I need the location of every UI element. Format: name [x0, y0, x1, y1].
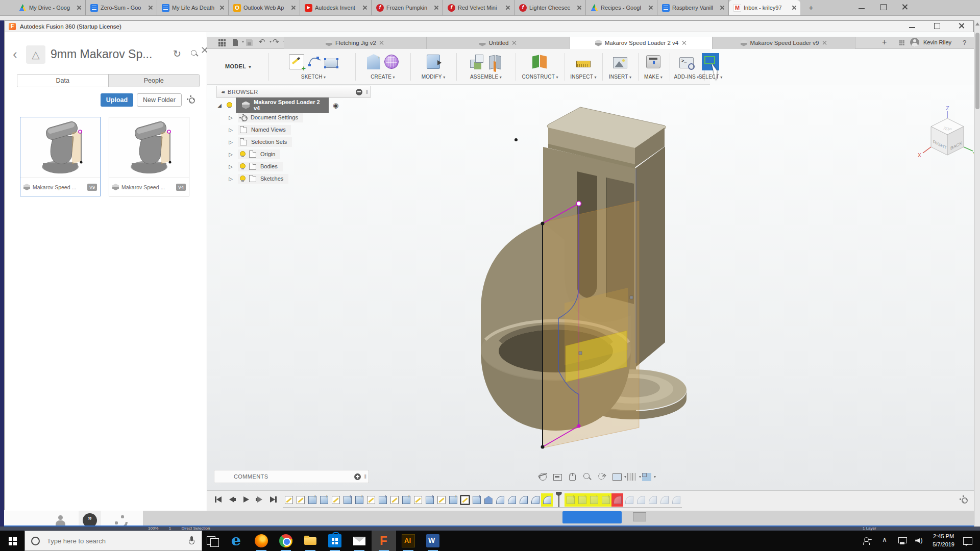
timeline-feature[interactable]: [600, 493, 611, 507]
tab-close-icon[interactable]: [791, 5, 797, 11]
timeline-feature[interactable]: [318, 493, 330, 507]
menu-inspect[interactable]: INSPECT: [567, 74, 600, 80]
search-icon[interactable]: [190, 49, 199, 58]
taskbar-app-button[interactable]: [200, 531, 225, 551]
palette-grip[interactable]: ‖: [365, 89, 368, 95]
scrollbar-thumb[interactable]: [975, 33, 979, 109]
chrome-close-button[interactable]: [900, 3, 910, 10]
chrome-maximize-button[interactable]: [879, 3, 888, 10]
menu-make[interactable]: MAKE: [639, 74, 668, 80]
expander-icon[interactable]: ▷: [228, 115, 234, 120]
timeline-feature[interactable]: [459, 493, 471, 507]
add-comment-icon[interactable]: [354, 473, 361, 480]
tab-close-icon[interactable]: [576, 5, 582, 11]
nav-tool-icon[interactable]: [642, 472, 652, 482]
browser-tab[interactable]: Red Velvet Mini: [443, 0, 514, 15]
expander-icon[interactable]: ▷: [228, 164, 234, 169]
timeline-feature[interactable]: [647, 493, 658, 507]
new-component-icon[interactable]: [470, 55, 484, 69]
browser-tab[interactable]: Lighter Cheesec: [514, 0, 586, 15]
document-tab[interactable]: Makarov Speed Loader v9: [713, 37, 855, 49]
tree-root-row[interactable]: ◢ Makarov Speed Loader 2 v4 ◉: [216, 99, 338, 111]
taskbar-app-button[interactable]: [347, 531, 372, 551]
people-tray-icon[interactable]: [863, 536, 873, 546]
timeline-feature[interactable]: [658, 493, 670, 507]
contacts-icon[interactable]: [55, 515, 65, 525]
timeline-feature[interactable]: [471, 493, 482, 507]
search-input[interactable]: [47, 537, 188, 545]
visibility-bulb-icon[interactable]: [227, 102, 232, 108]
timeline-feature[interactable]: [341, 493, 353, 507]
volume-icon[interactable]: [915, 536, 925, 546]
new-document-button[interactable]: +: [882, 38, 887, 47]
browser-palette-header[interactable]: ◂◂ BROWSER ‖: [216, 86, 371, 98]
press-pull-icon[interactable]: [427, 55, 440, 69]
comments-bar[interactable]: COMMENTS ‖: [214, 470, 369, 483]
browser-tab[interactable]: Raspberry Vanill: [657, 0, 729, 15]
timeline-settings-gear-icon[interactable]: [960, 496, 967, 503]
tree-node-row[interactable]: ▷ Sketches: [216, 172, 338, 185]
menu-assemble[interactable]: ASSEMBLE: [459, 74, 512, 80]
taskbar-app-button[interactable]: [225, 531, 249, 551]
expander-icon[interactable]: ▷: [228, 176, 234, 182]
nav-tool-icon[interactable]: [627, 472, 637, 482]
nav-tool-icon[interactable]: [553, 472, 563, 482]
timeline-feature[interactable]: [565, 493, 576, 507]
spline-icon[interactable]: [308, 56, 321, 68]
timeline-feature[interactable]: [506, 493, 518, 507]
document-tab-close-icon[interactable]: [681, 40, 687, 45]
upload-button[interactable]: Upload: [101, 93, 133, 107]
model-canvas[interactable]: ◂◂ BROWSER ‖ ◢ Makarov Speed Loader 2 v4…: [207, 85, 974, 490]
timeline-feature[interactable]: [611, 493, 623, 507]
taskbar-app-button[interactable]: [249, 531, 274, 551]
menu-construct[interactable]: CONSTRUCT: [518, 74, 562, 80]
timeline-feature[interactable]: [353, 493, 365, 507]
workspace-switcher[interactable]: MODEL: [225, 63, 251, 69]
timeline-feature[interactable]: [365, 493, 377, 507]
help-button[interactable]: ?: [963, 39, 966, 46]
show-hidden-icons-chevron[interactable]: [880, 536, 891, 546]
nav-tool-icon[interactable]: [612, 472, 622, 482]
create-sketch-icon[interactable]: [289, 54, 304, 69]
timeline-feature[interactable]: [670, 493, 682, 507]
chrome-minimize-button[interactable]: [857, 3, 867, 10]
user-name[interactable]: Kevin Riley: [923, 39, 951, 45]
quick-tool-icon[interactable]: [231, 38, 240, 47]
fusion-title-bar[interactable]: Autodesk Fusion 360 (Startup License): [5, 21, 973, 32]
activate-radio-icon[interactable]: ◉: [333, 102, 338, 109]
timeline-feature[interactable]: [330, 493, 341, 507]
quick-tool-icon[interactable]: [273, 38, 281, 47]
data-panel-tab[interactable]: People: [108, 74, 200, 87]
menu-select[interactable]: SELECT: [685, 74, 736, 80]
timeline-playback-button[interactable]: [213, 495, 223, 504]
timeline-feature[interactable]: [306, 493, 318, 507]
menu-insert[interactable]: INSERT: [604, 74, 636, 80]
browser-tab[interactable]: Zero-Sum - Goo: [86, 0, 157, 15]
timeline-feature[interactable]: [482, 493, 494, 507]
clock[interactable]: 2:45 PM 5/7/2019: [933, 533, 954, 549]
document-tab[interactable]: Makarov Speed Loader 2 v4: [570, 37, 713, 49]
visibility-bulb-icon[interactable]: [240, 176, 245, 182]
fusion-minimize-button[interactable]: [908, 22, 917, 29]
taskbar-app-button[interactable]: [396, 531, 421, 551]
taskbar-app-button[interactable]: [323, 531, 347, 551]
rectangle-icon[interactable]: [325, 59, 338, 68]
timeline-feature[interactable]: [623, 493, 635, 507]
create-form-icon[interactable]: [384, 55, 399, 69]
scrollbar-up-arrow[interactable]: [975, 22, 979, 26]
network-icon[interactable]: [898, 536, 908, 546]
expander-icon[interactable]: ▷: [228, 152, 234, 157]
tree-node-row[interactable]: ▷ Named Views: [216, 123, 338, 136]
tab-close-icon[interactable]: [433, 5, 439, 11]
tree-node-row[interactable]: ▷ Document Settings: [216, 111, 338, 123]
tab-close-icon[interactable]: [648, 5, 654, 11]
browser-tab[interactable]: Inbox - kriley97: [729, 0, 800, 15]
new-tab-button[interactable]: +: [805, 3, 817, 12]
fusion-close-button[interactable]: [957, 22, 966, 29]
menu-create[interactable]: CREATE: [358, 74, 407, 80]
quick-tool-icon[interactable]: [245, 38, 254, 47]
joint-icon[interactable]: [488, 55, 502, 69]
minimize-palette-icon[interactable]: [356, 89, 362, 95]
taskbar-search[interactable]: [24, 531, 202, 551]
browser-tab[interactable]: Outlook Web Ap: [229, 0, 300, 15]
